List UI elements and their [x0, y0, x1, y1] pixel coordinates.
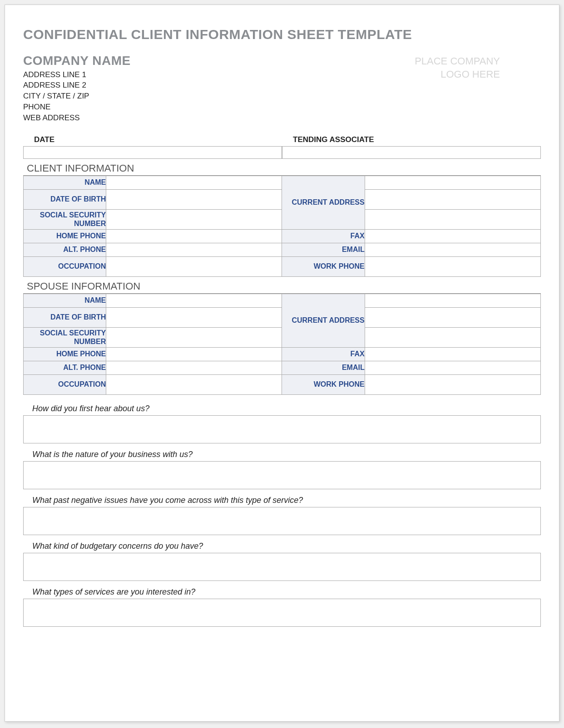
question-3-label: What past negative issues have you come … [23, 493, 541, 507]
spouse-ssn-label: SOCIAL SECURITY NUMBER [24, 327, 106, 347]
spouse-occupation-input[interactable] [106, 374, 282, 394]
spouse-address-input-1[interactable] [365, 294, 540, 307]
spouse-dob-input[interactable] [106, 307, 282, 327]
company-phone: PHONE [23, 102, 131, 113]
client-occupation-input[interactable] [106, 256, 282, 276]
spouse-dob-label: DATE OF BIRTH [24, 307, 106, 327]
spouse-ssn-input[interactable] [106, 327, 282, 347]
spouse-home-phone-label: HOME PHONE [24, 347, 106, 361]
spouse-home-phone-input[interactable] [106, 347, 282, 361]
client-address-input-3[interactable] [365, 209, 540, 229]
questions-block: How did you first hear about us? What is… [23, 401, 541, 627]
spouse-alt-phone-label: ALT. PHONE [24, 361, 106, 374]
document-page: CONFIDENTIAL CLIENT INFORMATION SHEET TE… [5, 5, 559, 722]
client-work-phone-label: WORK PHONE [282, 256, 365, 276]
question-4-label: What kind of budgetary concerns do you h… [23, 539, 541, 553]
document-title: CONFIDENTIAL CLIENT INFORMATION SHEET TE… [23, 27, 541, 42]
question-4-input[interactable] [23, 553, 541, 581]
client-alt-phone-label: ALT. PHONE [24, 243, 106, 256]
tending-associate-input[interactable] [282, 146, 541, 159]
spouse-occupation-label: OCCUPATION [24, 374, 106, 394]
spouse-fax-input[interactable] [365, 347, 540, 361]
client-name-label: NAME [24, 176, 106, 189]
logo-placeholder-line2: LOGO HERE [415, 68, 500, 81]
client-name-input[interactable] [106, 176, 282, 189]
date-input[interactable] [23, 146, 282, 159]
question-5-label: What types of services are you intereste… [23, 585, 541, 599]
logo-placeholder-line1: PLACE COMPANY [415, 55, 500, 68]
client-ssn-label: SOCIAL SECURITY NUMBER [24, 209, 106, 229]
question-2-input[interactable] [23, 461, 541, 489]
client-dob-input[interactable] [106, 189, 282, 209]
company-web: WEB ADDRESS [23, 113, 131, 123]
logo-placeholder: PLACE COMPANY LOGO HERE [415, 53, 541, 81]
spouse-email-label: EMAIL [282, 361, 365, 374]
client-current-address-label: CURRENT ADDRESS [282, 176, 365, 229]
client-occupation-label: OCCUPATION [24, 256, 106, 276]
spouse-info-table: NAME CURRENT ADDRESS DATE OF BIRTH SOCIA… [23, 294, 541, 395]
spouse-work-phone-label: WORK PHONE [282, 374, 365, 394]
client-fax-input[interactable] [365, 229, 540, 243]
client-home-phone-label: HOME PHONE [24, 229, 106, 243]
spouse-name-label: NAME [24, 294, 106, 307]
company-block: COMPANY NAME ADDRESS LINE 1 ADDRESS LINE… [23, 53, 131, 123]
company-name: COMPANY NAME [23, 53, 131, 69]
client-email-input[interactable] [365, 243, 540, 256]
client-address-input-1[interactable] [365, 176, 540, 189]
question-1-input[interactable] [23, 415, 541, 443]
spouse-current-address-label: CURRENT ADDRESS [282, 294, 365, 347]
spouse-alt-phone-input[interactable] [106, 361, 282, 374]
header-row: COMPANY NAME ADDRESS LINE 1 ADDRESS LINE… [23, 53, 541, 123]
client-address-input-2[interactable] [365, 189, 540, 209]
spouse-address-input-2[interactable] [365, 307, 540, 327]
client-ssn-input[interactable] [106, 209, 282, 229]
question-5-input[interactable] [23, 599, 541, 627]
spouse-name-input[interactable] [106, 294, 282, 307]
spouse-work-phone-input[interactable] [365, 374, 540, 394]
address-line-1: ADDRESS LINE 1 [23, 69, 131, 80]
spouse-fax-label: FAX [282, 347, 365, 361]
client-alt-phone-input[interactable] [106, 243, 282, 256]
spouse-info-section-title: SPOUSE INFORMATION [23, 280, 541, 294]
spouse-email-input[interactable] [365, 361, 540, 374]
client-home-phone-input[interactable] [106, 229, 282, 243]
date-associate-row: DATE TENDING ASSOCIATE [23, 133, 541, 159]
spouse-address-input-3[interactable] [365, 327, 540, 347]
client-dob-label: DATE OF BIRTH [24, 189, 106, 209]
client-info-table: NAME CURRENT ADDRESS DATE OF BIRTH SOCIA… [23, 176, 541, 277]
client-work-phone-input[interactable] [365, 256, 540, 276]
client-fax-label: FAX [282, 229, 365, 243]
address-line-2: ADDRESS LINE 2 [23, 80, 131, 91]
question-1-label: How did you first hear about us? [23, 401, 541, 415]
date-label: DATE [23, 133, 282, 146]
question-3-input[interactable] [23, 507, 541, 535]
tending-associate-label: TENDING ASSOCIATE [282, 133, 541, 146]
question-2-label: What is the nature of your business with… [23, 447, 541, 461]
client-email-label: EMAIL [282, 243, 365, 256]
client-info-section-title: CLIENT INFORMATION [23, 162, 541, 176]
city-state-zip: CITY / STATE / ZIP [23, 91, 131, 102]
